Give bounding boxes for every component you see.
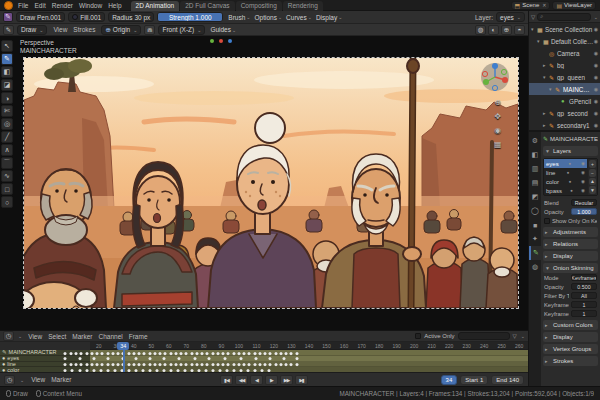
panel-display[interactable]: ▸Display (543, 332, 598, 342)
keyframe-dot[interactable] (106, 357, 110, 361)
dopesheet-menu-select[interactable]: Select (45, 333, 69, 340)
keyframe-dot[interactable] (190, 351, 194, 355)
keyframe-dot[interactable] (232, 363, 236, 367)
show-gizmo-icon[interactable]: ⊕ (501, 25, 512, 35)
keyframe-dot[interactable] (148, 357, 152, 361)
layer-lock-icon[interactable]: ● (567, 170, 570, 175)
keyframe-dot[interactable] (253, 363, 257, 367)
drawing-plane-selector[interactable]: Front (X-Z) ⌄ (158, 25, 205, 35)
add-layer-button[interactable]: + (589, 160, 596, 168)
keyframe-dot[interactable] (206, 363, 210, 367)
tab-world[interactable]: ◯ (529, 204, 541, 218)
line-tool[interactable]: ╱ (1, 131, 13, 143)
popover-options[interactable]: Options⌄ (253, 14, 285, 21)
layer-hide-icon[interactable]: ◉ (581, 188, 585, 193)
circle-tool[interactable]: ○ (1, 196, 13, 208)
keyframe-dot[interactable] (148, 363, 152, 367)
editor-type-icon[interactable]: ◷ (3, 331, 14, 341)
shading-solid-icon[interactable]: ◓ (514, 25, 525, 35)
keyframe-dot[interactable] (95, 351, 99, 355)
keyframe-dot[interactable] (106, 363, 110, 367)
camera-frame[interactable] (24, 58, 518, 308)
keyframe-dot[interactable] (200, 363, 204, 367)
keyframe-dot[interactable] (284, 363, 288, 367)
guides-popover[interactable]: Guides ⌄ (208, 26, 238, 33)
jump-to-start-button[interactable]: ▮◀ (220, 375, 233, 385)
editor-type-icon[interactable]: ◷ (4, 375, 15, 385)
keyframe-dot[interactable] (148, 351, 152, 355)
keyframe-dot[interactable] (221, 363, 225, 367)
keyframe-dot[interactable] (279, 351, 283, 355)
keyframe-dot[interactable] (162, 357, 166, 361)
keyframe-dot[interactable] (237, 351, 241, 355)
keyframe-dot[interactable] (248, 363, 252, 367)
erase-tool[interactable]: ◪ (1, 79, 13, 91)
onion-value-opacity[interactable]: 0.500 (571, 283, 597, 290)
keyframe-dot[interactable] (258, 363, 262, 367)
visibility-eye-icon[interactable]: ◉ (594, 50, 598, 56)
visibility-eye-icon[interactable]: ◉ (594, 86, 598, 92)
editor-type-icon[interactable]: ✎ (3, 25, 14, 35)
keyframe-dot[interactable] (153, 363, 157, 367)
outliner-row-gp-second[interactable]: ▸✎gp_second◉ (529, 107, 600, 119)
keyframe-dot[interactable] (195, 363, 199, 367)
arc-tool[interactable]: ⌒ (1, 157, 13, 169)
keyframe-dot[interactable] (163, 363, 167, 367)
keyframe-dot[interactable] (290, 351, 294, 355)
workspace-tab-2d-full-canvas[interactable]: 2D Full Canvas (180, 1, 234, 11)
outliner-row-default-collection[interactable]: ▾▦Default Collection◉ (529, 35, 600, 47)
dopesheet-menu-view[interactable]: View (25, 333, 45, 340)
view-layer-selector[interactable]: ▤ ViewLayer (552, 1, 596, 10)
keyframe-dot[interactable] (242, 351, 246, 355)
keyframe-dot[interactable] (190, 363, 194, 367)
visibility-eye-icon[interactable]: ◉ (594, 122, 598, 128)
curve-tool[interactable]: ∿ (1, 170, 13, 182)
keyframe-dot[interactable] (90, 351, 94, 355)
box-tool[interactable]: □ (1, 183, 13, 195)
zoom-icon[interactable]: ⊕ (494, 98, 501, 107)
timeline-ruler[interactable]: 2030405060708090100110120130140150160170… (90, 342, 528, 350)
layer-row-eyes[interactable]: eyes●◉ (544, 159, 587, 168)
keyframe-dot[interactable] (174, 351, 178, 355)
keyframe-dot[interactable] (178, 357, 182, 361)
keyframe-dot[interactable] (263, 351, 267, 355)
tab-view-layer[interactable]: ▤ (529, 176, 541, 190)
layer-lock-icon[interactable]: ● (570, 188, 573, 193)
move-layer-down-button[interactable]: ▼ (589, 186, 596, 194)
visibility-eye-icon[interactable]: ◉ (594, 98, 598, 104)
current-frame-field[interactable]: 34 (441, 375, 458, 385)
layers-panel-header[interactable]: ▼ Layers (543, 146, 598, 156)
material-selector[interactable]: Fill.001 (68, 12, 105, 22)
keyframe-dot[interactable] (90, 363, 94, 367)
blender-logo-icon[interactable] (4, 1, 13, 10)
keyframe-dot[interactable] (116, 351, 120, 355)
filter-options-icon[interactable]: ⌄ (594, 14, 598, 20)
keyframe-dot[interactable] (227, 351, 231, 355)
radius-field[interactable]: Radius 30 px (108, 12, 154, 22)
show-overlays-icon[interactable]: ◐ (488, 25, 499, 35)
tab-output[interactable]: ▥ (529, 162, 541, 176)
keyframe-dot[interactable] (263, 363, 267, 367)
dopesheet-menu-frame[interactable]: Frame (126, 333, 151, 340)
popover-display[interactable]: Display⌄ (314, 14, 345, 21)
proportional-edit-icon[interactable]: ◍ (475, 25, 486, 35)
layer-row-color[interactable]: color●◉ (544, 177, 587, 186)
keyframe-dot[interactable] (111, 363, 115, 367)
keyframe-dot[interactable] (279, 363, 283, 367)
keyframe-dot[interactable] (106, 351, 110, 355)
keyframe-dot[interactable] (237, 363, 241, 367)
keyframe-dot[interactable] (253, 351, 257, 355)
popover-curves[interactable]: Curves⌄ (284, 14, 314, 21)
menu-window[interactable]: Window (76, 2, 105, 9)
outliner-row-secondary1[interactable]: ▸✎secondary1◉ (529, 119, 600, 131)
keyframe-dot[interactable] (206, 351, 210, 355)
grease-pencil-canvas[interactable] (24, 58, 518, 308)
keyframe-dot[interactable] (255, 357, 259, 361)
keyframe-dot[interactable] (137, 351, 141, 355)
panel-display[interactable]: ▸Display (543, 251, 598, 261)
keyframe-dot[interactable] (100, 351, 104, 355)
keyframe-dot[interactable] (174, 363, 178, 367)
scene-selector[interactable]: ⬒ Scene ✕ (511, 1, 551, 10)
outliner-row-gpencil[interactable]: ●GPencil◉ (529, 95, 600, 107)
keyframe-dot[interactable] (185, 351, 189, 355)
